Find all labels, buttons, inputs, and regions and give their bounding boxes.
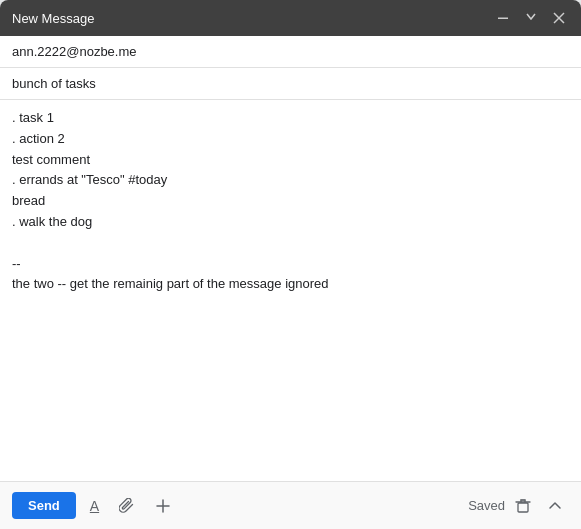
svg-rect-5 <box>518 503 528 512</box>
title-bar-actions <box>493 10 569 26</box>
title-bar: New Message <box>0 0 581 36</box>
close-button[interactable] <box>549 10 569 26</box>
formatting-button[interactable]: A <box>84 494 105 518</box>
to-field[interactable] <box>12 44 569 59</box>
maximize-icon <box>525 12 537 24</box>
attach-button[interactable] <box>113 494 141 518</box>
saved-status: Saved <box>468 498 505 513</box>
compose-window: New Message <box>0 0 581 529</box>
svg-rect-0 <box>498 18 508 20</box>
minimize-icon <box>497 12 509 24</box>
delete-button[interactable] <box>509 494 537 518</box>
more-options-button[interactable] <box>149 494 177 518</box>
toolbar-right: Saved <box>468 494 569 518</box>
subject-field[interactable] <box>12 76 569 91</box>
subject-field-row <box>0 68 581 100</box>
minimize-button[interactable] <box>493 10 513 26</box>
chevron-up-icon <box>547 498 563 514</box>
body-area <box>0 100 581 481</box>
maximize-button[interactable] <box>521 10 541 26</box>
toolbar: Send A Saved <box>0 481 581 529</box>
trash-icon <box>515 498 531 514</box>
more-menu-button[interactable] <box>541 494 569 518</box>
text-format-icon: A <box>90 498 99 514</box>
to-field-row <box>0 36 581 68</box>
close-icon <box>553 12 565 24</box>
window-title: New Message <box>12 11 94 26</box>
send-button[interactable]: Send <box>12 492 76 519</box>
paperclip-icon <box>119 498 135 514</box>
plus-icon <box>155 498 171 514</box>
body-input[interactable] <box>12 108 569 473</box>
